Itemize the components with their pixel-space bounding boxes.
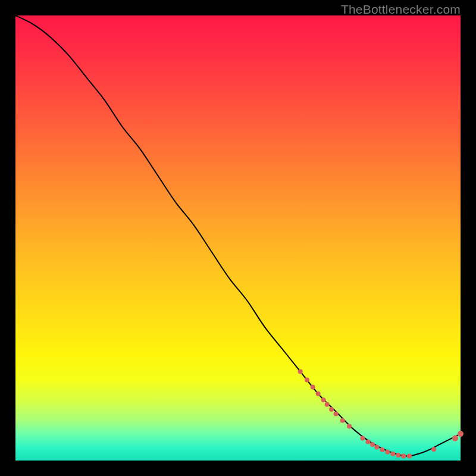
data-marker bbox=[401, 454, 406, 459]
data-marker bbox=[452, 436, 458, 441]
data-marker bbox=[340, 418, 345, 423]
data-marker bbox=[325, 402, 330, 407]
chart-overlay bbox=[15, 15, 461, 461]
data-marker bbox=[311, 385, 315, 390]
data-marker bbox=[458, 431, 464, 437]
data-marker bbox=[374, 445, 379, 450]
bottleneck-curve bbox=[15, 15, 461, 456]
credit-label: TheBottlenecker.com bbox=[341, 2, 461, 17]
data-marker bbox=[396, 453, 400, 458]
data-marker bbox=[365, 440, 370, 444]
data-marker bbox=[298, 369, 303, 374]
data-marker bbox=[305, 378, 309, 383]
data-marker bbox=[316, 392, 321, 396]
data-marker bbox=[407, 454, 412, 459]
data-marker bbox=[334, 411, 339, 416]
chart-stage: TheBottlenecker.com bbox=[0, 0, 476, 476]
data-marker bbox=[385, 450, 390, 455]
data-marker bbox=[370, 442, 375, 447]
data-marker bbox=[347, 424, 352, 428]
data-marker bbox=[380, 447, 384, 452]
data-marker bbox=[321, 397, 326, 402]
data-marker bbox=[431, 447, 436, 452]
data-marker bbox=[390, 452, 395, 456]
data-marker bbox=[329, 407, 334, 412]
data-marker bbox=[360, 436, 365, 441]
